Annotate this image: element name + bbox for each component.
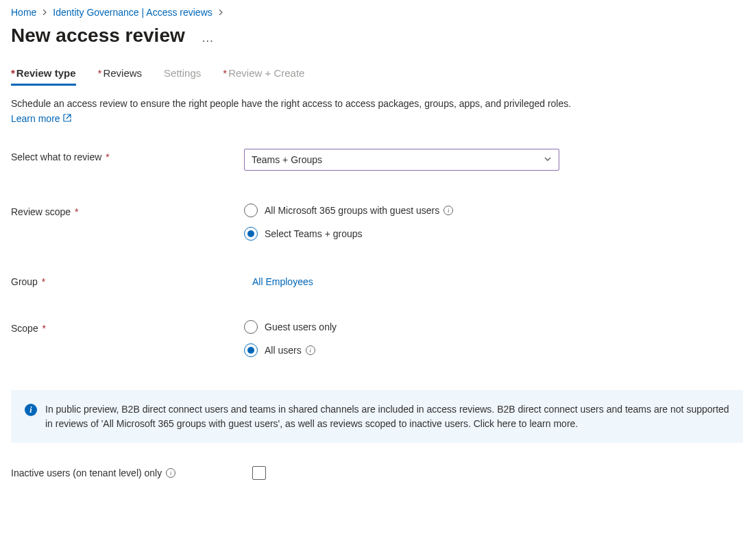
breadcrumb-home[interactable]: Home	[11, 7, 36, 18]
page-title: New access review	[11, 25, 185, 47]
external-link-icon	[63, 113, 71, 124]
required-asterisk: *	[98, 67, 102, 79]
field-group: Group * All Employees	[11, 273, 743, 287]
page-title-row: New access review …	[11, 25, 743, 47]
required-asterisk: *	[72, 206, 78, 217]
info-icon: i	[25, 404, 37, 416]
info-banner-text: In public preview, B2B direct connect us…	[45, 402, 729, 430]
field-label: Scope *	[11, 320, 244, 334]
radio-icon	[244, 227, 258, 241]
radio-icon	[244, 320, 258, 334]
field-label: Review scope *	[11, 204, 244, 217]
required-asterisk: *	[223, 67, 227, 79]
required-asterisk: *	[40, 323, 46, 334]
learn-more-label: Learn more	[11, 113, 60, 124]
radio-guest-users-only[interactable]: Guest users only	[244, 320, 337, 334]
required-asterisk: *	[103, 151, 109, 162]
tab-review-type[interactable]: *Review type	[11, 63, 76, 84]
scope-radio-group: Guest users only All users i	[244, 320, 337, 357]
dropdown-value: Teams + Groups	[252, 154, 322, 165]
info-icon[interactable]: i	[443, 206, 453, 215]
tab-label: Reviews	[103, 67, 142, 79]
radio-label-text: Guest users only	[265, 321, 337, 332]
tab-reviews[interactable]: *Reviews	[98, 63, 143, 84]
info-banner[interactable]: i In public preview, B2B direct connect …	[11, 390, 743, 443]
field-scope: Scope * Guest users only All users i	[11, 320, 743, 357]
radio-icon	[244, 343, 258, 357]
info-icon[interactable]: i	[166, 468, 175, 478]
tab-review-create: *Review + Create	[223, 63, 304, 84]
breadcrumb: Home Identity Governance | Access review…	[11, 0, 743, 22]
field-inactive-users: Inactive users (on tenant level) only i	[11, 466, 743, 480]
checkbox-label-text: Inactive users (on tenant level) only	[11, 467, 162, 478]
info-icon[interactable]: i	[306, 345, 315, 355]
field-select-what-to-review: Select what to review * Teams + Groups	[11, 149, 743, 171]
radio-all-users[interactable]: All users i	[244, 343, 337, 357]
required-asterisk: *	[11, 67, 15, 79]
group-link[interactable]: All Employees	[244, 273, 313, 287]
breadcrumb-identity-governance[interactable]: Identity Governance | Access reviews	[53, 7, 212, 18]
radio-label-text: Select Teams + groups	[265, 228, 363, 239]
radio-all-m365-groups[interactable]: All Microsoft 365 groups with guest user…	[244, 204, 453, 217]
more-menu-button[interactable]: …	[202, 27, 215, 44]
field-review-scope: Review scope * All Microsoft 365 groups …	[11, 204, 743, 241]
field-label: Select what to review *	[11, 149, 244, 162]
radio-icon	[244, 204, 258, 217]
radio-select-teams-groups[interactable]: Select Teams + groups	[244, 227, 453, 241]
chevron-right-icon	[218, 8, 223, 17]
select-what-to-review-dropdown[interactable]: Teams + Groups	[244, 149, 559, 171]
inactive-users-checkbox[interactable]	[252, 466, 266, 480]
radio-label-text: All Microsoft 365 groups with guest user…	[265, 205, 439, 216]
chevron-down-icon	[544, 154, 552, 165]
review-scope-radio-group: All Microsoft 365 groups with guest user…	[244, 204, 453, 241]
required-asterisk: *	[39, 276, 45, 287]
learn-more-link[interactable]: Learn more	[11, 113, 71, 124]
tab-label: Review + Create	[228, 67, 304, 79]
field-label: Group *	[11, 273, 244, 287]
tabs: *Review type *Reviews Settings *Review +…	[11, 63, 743, 84]
tab-label: Review type	[16, 67, 76, 79]
tab-settings: Settings	[164, 63, 201, 84]
chevron-right-icon	[42, 8, 47, 17]
tab-label: Settings	[164, 67, 201, 79]
radio-label-text: All users	[265, 345, 302, 356]
page-description: Schedule an access review to ensure the …	[11, 97, 743, 110]
